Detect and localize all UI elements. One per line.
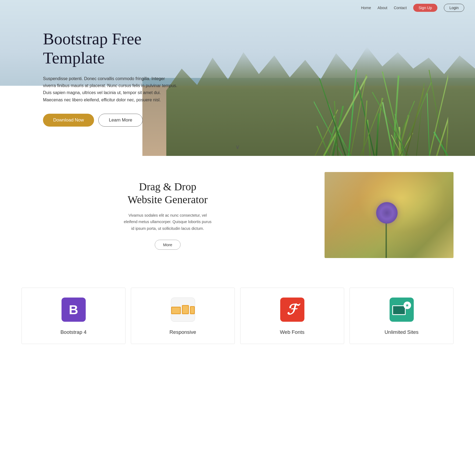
signup-button[interactable]: Sign Up: [413, 4, 437, 12]
grass-blade: [319, 78, 346, 156]
webfonts-icon: ℱ: [280, 298, 304, 322]
dnd-text-block: Drag & DropWebsite Generator Vivamus sod…: [21, 172, 308, 258]
hero-section: Bootstrap Free Template Suspendisse pote…: [0, 0, 475, 156]
feature-card-unlimited: ★ Unlimited Sites: [350, 288, 454, 344]
hero-subtitle: Suspendisse potenti. Donec convallis com…: [43, 75, 177, 104]
flower-head: [376, 202, 398, 224]
feature-card-responsive: Responsive: [131, 288, 235, 344]
hero-buttons: Download Now Learn More: [43, 114, 177, 127]
dnd-section: Drag & DropWebsite Generator Vivamus sod…: [0, 156, 475, 274]
dnd-image: [325, 172, 454, 258]
responsive-icon: [171, 298, 195, 322]
tablet-icon: [182, 305, 189, 314]
learn-more-button[interactable]: Learn More: [98, 114, 143, 127]
unlimited-inner: ★: [392, 302, 411, 318]
monitor-icon: [392, 305, 406, 315]
monitor-screen: [393, 306, 405, 314]
nav-link-about[interactable]: About: [377, 6, 387, 10]
grass-blade: [376, 113, 379, 156]
responsive-devices: [171, 305, 195, 314]
navbar: Home About Contact Sign Up Login: [0, 0, 475, 16]
login-button[interactable]: Login: [444, 4, 464, 12]
mobile-icon: [190, 306, 195, 314]
hero-content: Bootstrap Free Template Suspendisse pote…: [0, 8, 177, 148]
grass-overlay: [314, 48, 448, 156]
grass-blade: [323, 76, 368, 156]
dnd-description: Vivamus sodales elit ac nunc consectetur…: [122, 212, 213, 232]
unlimited-label: Unlimited Sites: [384, 329, 419, 335]
feature-card-bootstrap: B Bootstrap 4: [21, 288, 125, 344]
grass-blade: [427, 93, 430, 156]
grass-blade: [416, 83, 424, 156]
feature-card-webfonts: ℱ Web Fonts: [240, 288, 344, 344]
bootstrap-icon: B: [62, 298, 86, 322]
nav-link-home[interactable]: Home: [361, 6, 371, 10]
grass-blade: [405, 88, 424, 156]
desktop-icon: [171, 307, 181, 314]
scroll-arrow[interactable]: ∨: [235, 144, 240, 151]
download-now-button[interactable]: Download Now: [43, 114, 94, 127]
bootstrap-label: Bootstrap 4: [60, 329, 87, 335]
dnd-title: Drag & DropWebsite Generator: [128, 180, 208, 206]
star-badge: ★: [404, 302, 411, 309]
unlimited-icon: ★: [390, 298, 414, 322]
nav-link-contact[interactable]: Contact: [394, 6, 407, 10]
hero-title: Bootstrap Free Template: [43, 29, 177, 68]
features-section: B Bootstrap 4 Responsive ℱ Web Fonts: [0, 274, 475, 357]
more-button[interactable]: More: [155, 240, 181, 250]
webfonts-label: Web Fonts: [280, 329, 305, 335]
responsive-label: Responsive: [170, 329, 196, 335]
features-grid: B Bootstrap 4 Responsive ℱ Web Fonts: [21, 288, 454, 344]
